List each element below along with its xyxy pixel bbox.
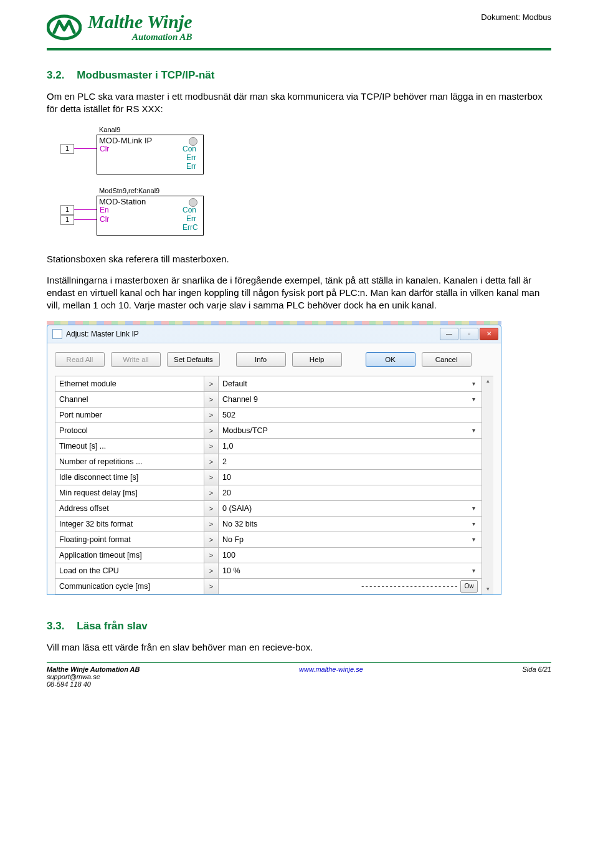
property-label: Address offset [55,501,204,517]
scroll-up-icon: ▴ [484,378,491,385]
property-value[interactable]: 2 [219,454,482,470]
property-value[interactable]: 502 [219,408,482,423]
property-value[interactable]: No 32 bits▾ [219,517,482,532]
para-stationsbox: Stationsboxen ska referera till masterbo… [47,253,551,265]
scroll-down-icon: ▾ [484,586,491,593]
property-value[interactable]: No Fp▾ [219,532,482,548]
property-value[interactable]: Default▾ [219,376,482,392]
expand-button[interactable]: > [204,501,219,517]
cancel-button[interactable]: Cancel [422,352,472,367]
property-row: Min request delay [ms]>20 [55,485,482,501]
chevron-down-icon: ▾ [469,566,478,575]
expand-button[interactable]: > [204,470,219,485]
expand-button[interactable]: > [204,439,219,454]
property-row: Communication cycle [ms]>---------------… [55,579,482,594]
property-label: Timeout [s] ... [55,439,204,454]
section-3-2-intro: Om en PLC ska vara master i ett modbusnä… [47,90,551,116]
page-header: Malthe Winje Automation AB Dokument: Mod… [47,12,551,42]
scrollbar[interactable]: ▴ ▾ [482,376,493,594]
logo: Malthe Winje Automation AB [47,12,192,42]
footer-phone: 08-594 118 40 [47,680,140,688]
ow-button[interactable]: Ow [460,580,478,593]
property-label: Idle disconnect time [s] [55,470,204,485]
logo-line1: Malthe Winje [88,12,192,31]
chevron-down-icon: ▾ [469,535,478,544]
set-defaults-button[interactable]: Set Defaults [167,352,220,367]
section-3-3-heading: 3.3.Läsa från slav [47,620,551,632]
property-row: Channel>Channel 9▾ [55,392,482,408]
property-value[interactable]: Channel 9▾ [219,392,482,408]
expand-button[interactable]: > [204,563,219,579]
fb-mod-station: ModStn9,ref:Kanal9 MOD-Station 1 1 En Cl… [47,186,246,242]
info-button[interactable]: Info [236,352,286,367]
maximize-button[interactable]: ▫ [460,328,478,340]
dialog-titlebar: Adjust: Master Link IP — ▫ ✕ [47,325,501,343]
footer-url[interactable]: www.malthe-winje.se [299,665,363,673]
expand-button[interactable]: > [204,517,219,532]
expand-button[interactable]: > [204,485,219,501]
dialog-title: Adjust: Master Link IP [66,330,139,338]
property-label: Integer 32 bits format [55,517,204,532]
property-row: Application timeout [ms]>100 [55,548,482,563]
property-label: Communication cycle [ms] [55,579,204,594]
property-row: Ethernet module>Default▾ [55,376,482,392]
footer-company: Malthe Winje Automation AB [47,665,140,673]
property-row: Protocol>Modbus/TCP▾ [55,423,482,439]
close-button[interactable]: ✕ [480,328,498,340]
function-block-diagram: Kanal9 MOD-MLink IP 1 Clr Con Err Err Mo… [47,125,246,242]
property-value[interactable]: 1,0 [219,439,482,454]
property-label: Application timeout [ms] [55,548,204,563]
fb-mod-mlink-ip: Kanal9 MOD-MLink IP 1 Clr Con Err Err [47,125,246,181]
expand-button[interactable]: > [204,548,219,563]
chevron-down-icon: ▾ [469,504,478,513]
para-masterbox: Inställningarna i masterboxen är snarlik… [47,274,551,312]
property-label: Number of repetitions ... [55,454,204,470]
expand-button[interactable]: > [204,423,219,439]
property-row: Load on the CPU>10 %▾ [55,563,482,579]
property-label: Channel [55,392,204,408]
property-value[interactable]: 0 (SAIA)▾ [219,501,482,517]
property-value[interactable]: ------------------------Ow [219,579,482,594]
page-footer: Malthe Winje Automation AB support@mwa.s… [47,665,551,688]
ok-button[interactable]: OK [366,352,415,367]
property-row: Port number>502 [55,408,482,423]
write-all-button[interactable]: Write all [111,352,161,367]
property-value[interactable]: 10 [219,470,482,485]
property-row: Integer 32 bits format>No 32 bits▾ [55,517,482,532]
property-value[interactable]: 10 %▾ [219,563,482,579]
expand-button[interactable]: > [204,454,219,470]
property-label: Port number [55,408,204,423]
section-3-3-para: Vill man läsa ett värde från en slav beh… [47,641,551,654]
property-row: Idle disconnect time [s]>10 [55,470,482,485]
footer-rule [47,662,551,663]
logo-icon [47,14,82,41]
read-all-button[interactable]: Read All [55,352,105,367]
section-3-2-heading: 3.2.Modbusmaster i TCP/IP-nät [47,69,551,82]
property-row: Number of repetitions ...>2 [55,454,482,470]
chevron-down-icon: ▾ [469,520,478,528]
logo-line2: Automation AB [88,32,192,42]
property-value[interactable]: Modbus/TCP▾ [219,423,482,439]
header-rule [47,48,551,50]
dialog-icon [52,329,62,339]
property-row: Address offset>0 (SAIA)▾ [55,501,482,517]
help-button[interactable]: Help [292,352,342,367]
property-label: Floating-point format [55,532,204,548]
adjust-dialog: Adjust: Master Link IP — ▫ ✕ Read All Wr… [47,321,501,595]
expand-button[interactable]: > [204,376,219,392]
property-value[interactable]: 100 [219,548,482,563]
property-label: Ethernet module [55,376,204,392]
property-label: Load on the CPU [55,563,204,579]
chevron-down-icon: ▾ [469,426,478,435]
minimize-button[interactable]: — [440,328,458,340]
property-value[interactable]: 20 [219,485,482,501]
chevron-down-icon: ▾ [469,395,478,404]
expand-button[interactable]: > [204,392,219,408]
chevron-down-icon: ▾ [469,379,478,388]
property-label: Protocol [55,423,204,439]
doc-label: Dokument: Modbus [481,12,551,22]
expand-button[interactable]: > [204,532,219,548]
footer-email: support@mwa.se [47,673,140,680]
expand-button[interactable]: > [204,579,219,594]
expand-button[interactable]: > [204,408,219,423]
